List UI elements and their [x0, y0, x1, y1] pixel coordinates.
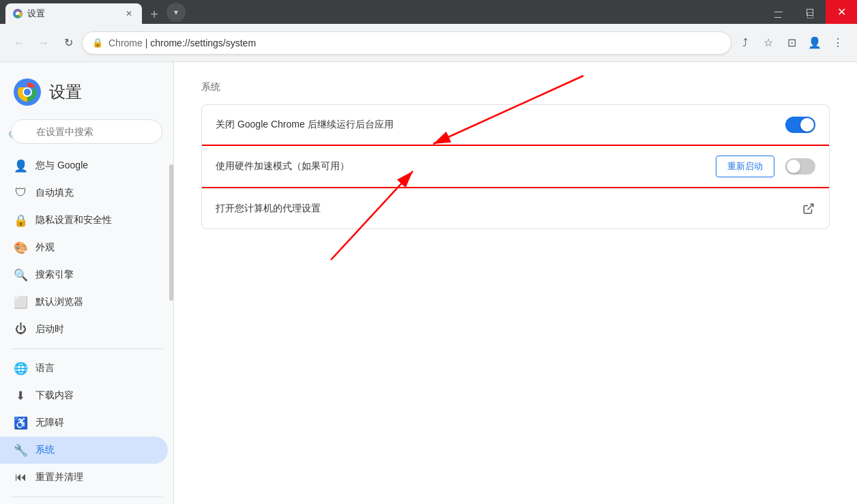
close-window-button[interactable]: ✕: [826, 0, 857, 24]
titlebar-controls: ─ □ ✕: [763, 0, 857, 24]
sidebar-item-label: 您与 Google: [35, 160, 88, 172]
forward-button[interactable]: →: [33, 32, 55, 54]
wrench-icon: 🔧: [14, 443, 27, 457]
sidebar-item-label: 下载内容: [35, 389, 74, 402]
palette-icon: 🎨: [14, 241, 27, 254]
sidebar-item-languages[interactable]: 🌐 语言: [0, 355, 168, 382]
shield-icon: 🔒: [14, 213, 27, 227]
tab-strip: 设置 ✕ +: [0, 0, 164, 24]
sidebar-item-reset[interactable]: ⏮ 重置并清理: [0, 464, 168, 491]
star-icon: ☆: [764, 36, 773, 49]
toggle-thumb: [800, 118, 814, 132]
sidebar-item-label: 重置并清理: [35, 471, 83, 484]
sidebar-item-label: 无障碍: [35, 417, 64, 429]
menu-button[interactable]: ⋮: [827, 32, 849, 54]
proxy-settings-label: 打开您计算机的代理设置: [216, 203, 791, 215]
search-icon: 🔍: [14, 268, 27, 282]
sidebar-item-startup[interactable]: ⏻ 启动时: [0, 316, 168, 343]
bookmark-button[interactable]: ☆: [757, 32, 779, 54]
toggle-thumb: [787, 160, 800, 173]
back-button[interactable]: ←: [8, 32, 30, 54]
hardware-acceleration-label: 使用硬件加速模式（如果可用）: [216, 160, 705, 173]
sidebar-item-search-engine[interactable]: 🔍 搜索引擎: [0, 261, 168, 288]
sidebar-item-appearance[interactable]: 🎨 外观: [0, 234, 168, 261]
sidebar-item-downloads[interactable]: ⬇ 下载内容: [0, 382, 168, 409]
svg-point-5: [24, 89, 31, 95]
sidebar-item-google-account[interactable]: 👤 您与 Google: [0, 152, 168, 179]
sidebar-item-autofill[interactable]: 🛡 自动填充: [0, 179, 168, 207]
minimize-button[interactable]: ─: [763, 0, 794, 24]
address-brand: Chrome: [108, 38, 143, 48]
refresh-button[interactable]: ↻: [57, 32, 79, 54]
address-text: Chrome | chrome://settings/system: [108, 38, 721, 48]
tab-close-button[interactable]: ✕: [123, 8, 135, 20]
back-icon: ←: [14, 37, 25, 49]
toolbar-icons: ⤴ ☆ ⊡ 👤 ⋮: [734, 32, 849, 54]
sidebar-item-label: 默认浏览器: [35, 296, 83, 308]
chrome-logo: [14, 78, 41, 106]
tab-favicon: [12, 8, 23, 19]
main-wrapper: 设置 🔍 👤 您与 Google 🛡 自动填充 🔒 隐私设置和安全性: [0, 62, 857, 504]
restart-button[interactable]: 重新启动: [716, 155, 774, 177]
external-link-icon[interactable]: [802, 202, 815, 216]
reading-mode-button[interactable]: ⊡: [781, 32, 802, 54]
sidebar-item-label: 系统: [35, 444, 55, 456]
sidebar-header: 设置: [0, 68, 173, 119]
settings-card: 关闭 Google Chrome 后继续运行后台应用 使用硬件加速模式（如果可用…: [201, 104, 830, 229]
sidebar-item-label: 语言: [35, 362, 55, 374]
accessibility-icon: ♿: [14, 416, 27, 430]
sidebar-title: 设置: [49, 81, 82, 103]
tab-title: 设置: [27, 8, 120, 20]
content-area: 系统 关闭 Google Chrome 后继续运行后台应用 使用硬件加速模式（如…: [174, 62, 857, 504]
settings-row-proxy: 打开您计算机的代理设置: [202, 189, 829, 228]
titlebar-left: 设置 ✕ + ▾: [0, 0, 763, 24]
maximize-button[interactable]: □: [794, 0, 826, 24]
sidebar-item-label: 隐私设置和安全性: [35, 214, 112, 226]
secure-icon: 🔒: [92, 38, 103, 48]
section-title: 系统: [201, 81, 830, 93]
share-icon: ⤴: [742, 37, 748, 49]
sidebar-item-privacy[interactable]: 🔒 隐私设置和安全性: [0, 207, 168, 234]
profile-icon: 👤: [808, 36, 822, 49]
forward-icon: →: [38, 37, 49, 49]
svg-line-6: [808, 204, 813, 209]
profile-button[interactable]: 👤: [804, 32, 826, 54]
reset-icon: ⏮: [14, 471, 27, 484]
power-icon: ⏻: [14, 323, 27, 336]
active-tab[interactable]: 设置 ✕: [5, 3, 142, 24]
address-url: chrome://settings/system: [150, 38, 256, 48]
sidebar-item-label: 启动时: [35, 323, 64, 336]
settings-row-background-run: 关闭 Google Chrome 后继续运行后台应用: [202, 105, 829, 145]
browser-icon: ⬜: [14, 295, 27, 309]
download-icon: ⬇: [14, 389, 27, 402]
person-icon: 👤: [14, 159, 27, 173]
sidebar-search-container: 🔍: [0, 119, 173, 152]
addressbar: ← → ↻ 🔒 Chrome | chrome://settings/syste…: [0, 24, 857, 62]
sidebar-nav: 👤 您与 Google 🛡 自动填充 🔒 隐私设置和安全性 🎨 外观 🔍 搜索: [0, 152, 173, 504]
hardware-acceleration-toggle[interactable]: [785, 158, 815, 175]
new-tab-button[interactable]: +: [145, 5, 164, 24]
sidebar-item-label: 搜索引擎: [35, 269, 74, 281]
sidebar: 设置 🔍 👤 您与 Google 🛡 自动填充 🔒 隐私设置和安全性: [0, 62, 174, 504]
globe-icon: 🌐: [14, 361, 27, 375]
menu-icon: ⋮: [832, 36, 843, 49]
share-button[interactable]: ⤴: [734, 32, 756, 54]
refresh-icon: ↻: [64, 36, 73, 49]
reading-mode-icon: ⊡: [787, 36, 796, 49]
settings-row-hardware-acceleration: 使用硬件加速模式（如果可用） 重新启动: [202, 145, 829, 189]
tab-dropdown-button[interactable]: ▾: [166, 3, 186, 22]
address-bar[interactable]: 🔒 Chrome | chrome://settings/system: [82, 31, 731, 55]
autofill-icon: 🛡: [14, 186, 27, 200]
background-run-label: 关闭 Google Chrome 后继续运行后台应用: [216, 119, 774, 131]
sidebar-item-accessibility[interactable]: ♿ 无障碍: [0, 409, 168, 436]
sidebar-scrollbar[interactable]: [169, 62, 173, 504]
sidebar-divider-1: [11, 349, 162, 349]
sidebar-item-default-browser[interactable]: ⬜ 默认浏览器: [0, 288, 168, 316]
sidebar-scrollbar-thumb: [169, 164, 173, 301]
sidebar-item-system[interactable]: 🔧 系统: [0, 436, 168, 464]
titlebar: 设置 ✕ + ▾ ─ □ ✕: [0, 0, 857, 24]
settings-search-input[interactable]: [11, 119, 162, 144]
background-run-toggle[interactable]: [785, 117, 815, 133]
sidebar-item-label: 外观: [35, 241, 55, 254]
sidebar-item-label: 自动填充: [35, 187, 74, 199]
